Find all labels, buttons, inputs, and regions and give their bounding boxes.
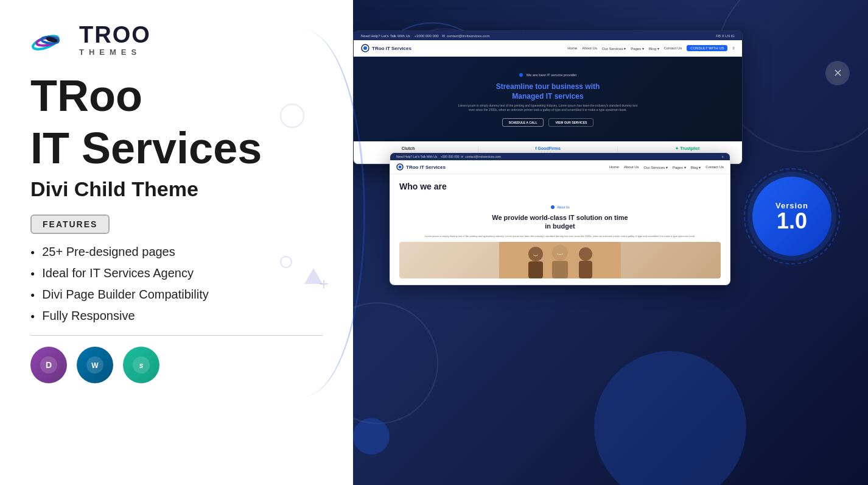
version-number: 1.0	[777, 210, 807, 232]
svg-point-12	[519, 73, 523, 77]
topbar-social-links: FB X LN IG	[716, 34, 735, 38]
site-hero: We are best IT service provider Streamli…	[354, 57, 742, 141]
nav-about: About Us	[582, 46, 597, 50]
sec-topbar-right: ≡	[722, 155, 724, 158]
preview-container: Need Help? Let's Talk With Us +1000 000 …	[353, 30, 767, 165]
about-section: About Us We provide world-class IT solut…	[390, 199, 730, 285]
nav-pages: Pages ▾	[631, 46, 644, 51]
deco-solid-circle	[594, 351, 746, 485]
sec-body: Who we are	[390, 174, 730, 199]
logo-themes-text: THEMES	[79, 48, 151, 57]
wordpress-icon: W	[85, 355, 105, 375]
sec-topbar: Need Help? Let's Talk With Us +000 000 0…	[390, 153, 730, 160]
svg-point-14	[399, 166, 402, 169]
site-nav-links: Home About Us Our Services ▾ Pages ▾ Blo…	[567, 45, 735, 51]
badge-slick: s	[123, 347, 159, 383]
divi-icon: D	[39, 355, 58, 375]
review-trustpilot-name: ✦ Trustpilot	[675, 146, 699, 151]
review-clutch-name: Clutch	[402, 146, 415, 150]
hero-btn-schedule[interactable]: SCHEDULE A CALL	[502, 118, 544, 127]
logo-troo-text: TROO	[79, 23, 151, 46]
nav-hamburger[interactable]: ≡	[732, 46, 735, 50]
preview-secondary: Need Help? Let's Talk With Us +000 000 0…	[390, 152, 730, 285]
hero-description: Lorem ipsum is simply dummy text of the …	[457, 104, 639, 112]
svg-point-11	[363, 46, 367, 50]
svg-point-21	[579, 247, 592, 261]
slick-icon: s	[131, 355, 151, 375]
about-desc: Lorem ipsum is simply dummy text of the …	[399, 235, 721, 238]
about-label-icon	[550, 205, 555, 210]
sec-nav-contact: Contact Us	[705, 165, 724, 169]
sec-nav-blog: Blog ▾	[691, 165, 701, 169]
nav-blog: Blog ▾	[649, 46, 659, 51]
site-logo: TRoo IT Services	[361, 44, 411, 52]
left-panel: + TROO THEMES TRoo IT Services Divi Chil…	[0, 0, 353, 485]
svg-rect-18	[528, 261, 543, 278]
right-panel: ✕ Version 1.0 Need Help? Let's Talk With…	[292, 0, 868, 485]
sec-nav-services: Our Services ▾	[644, 165, 668, 169]
svg-point-19	[552, 245, 568, 261]
site-navbar: TRoo IT Services Home About Us Our Servi…	[354, 40, 742, 57]
badge-wordpress: W	[77, 347, 113, 383]
hero-btn-services[interactable]: VIEW OUR SERVICES	[548, 118, 593, 127]
nav-contact: Contact Us	[664, 46, 682, 50]
hero-title: Streamline tour business with Managed IT…	[372, 82, 724, 101]
svg-text:s: s	[139, 361, 144, 370]
about-label: About Us	[399, 205, 721, 210]
sec-logo: TRoo IT Services	[396, 163, 446, 171]
svg-point-17	[528, 247, 543, 261]
logo-text: TROO THEMES	[79, 23, 151, 57]
about-people-illustration	[499, 242, 621, 278]
svg-text:D: D	[46, 360, 52, 370]
hero-title-colored: Managed IT services	[512, 92, 583, 101]
sec-nav-links: Home About Us Our Services ▾ Pages ▾ Blo…	[609, 165, 724, 169]
sec-nav-home: Home	[609, 165, 619, 169]
badge-divi: D	[30, 347, 67, 383]
svg-rect-20	[552, 261, 568, 278]
topbar-left-text: Need Help? Let's Talk With Us +1000 000 …	[361, 34, 489, 38]
nav-home: Home	[567, 46, 577, 50]
nav-services: Our Services ▾	[602, 46, 626, 51]
logo-icon	[30, 18, 73, 61]
hero-badge-icon	[519, 73, 523, 77]
close-icon: ✕	[833, 66, 842, 80]
version-badge: Version 1.0	[752, 177, 831, 256]
deco-left-curve	[243, 30, 365, 396]
preview-main: Need Help? Let's Talk With Us +1000 000 …	[353, 30, 743, 165]
sec-topbar-left: Need Help? Let's Talk With Us +000 000 0…	[396, 155, 501, 158]
site-logo-icon	[361, 44, 369, 52]
sec-nav-about: About Us	[624, 165, 639, 169]
who-we-are-heading: Who we are	[399, 182, 721, 191]
sec-navbar: TRoo IT Services Home About Us Our Servi…	[390, 160, 730, 174]
hero-buttons: SCHEDULE A CALL VIEW OUR SERVICES	[372, 118, 724, 127]
nav-cta-button[interactable]: CONSULT WITH US	[687, 45, 727, 51]
deco-bottom-circle	[353, 418, 390, 455]
about-title: We provide world-class IT solution on ti…	[399, 213, 721, 231]
svg-text:W: W	[91, 361, 99, 370]
about-image	[399, 242, 721, 278]
sec-nav-pages: Pages ▾	[673, 165, 686, 169]
close-button[interactable]: ✕	[825, 61, 850, 85]
hero-badge: We are best IT service provider	[519, 73, 576, 77]
site-topbar: Need Help? Let's Talk With Us +1000 000 …	[354, 31, 742, 40]
review-goodfirms-name: f GoodFirms	[535, 146, 561, 150]
sec-logo-icon	[396, 163, 404, 171]
svg-rect-22	[579, 261, 592, 278]
svg-point-15	[551, 205, 555, 209]
features-badge: FEATURES	[30, 214, 110, 234]
